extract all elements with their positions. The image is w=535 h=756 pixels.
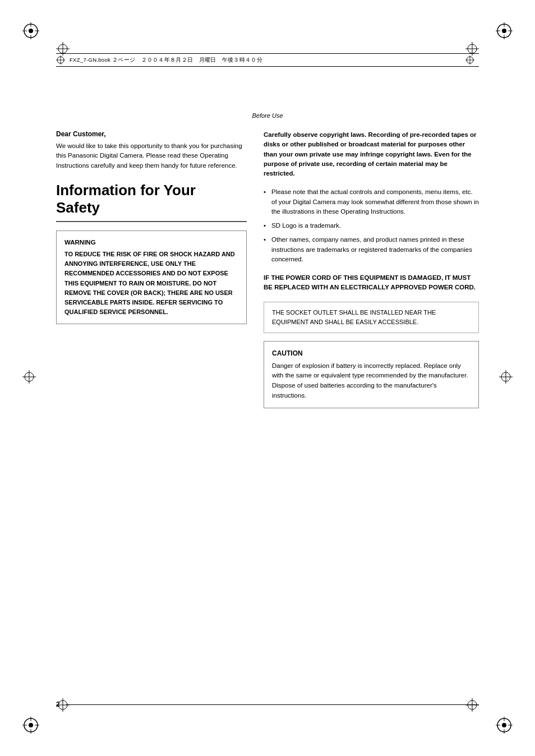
svg-point-19: [502, 723, 506, 727]
socket-outlet-text: THE SOCKET OUTLET SHALL BE INSTALLED NEA…: [272, 309, 436, 325]
main-content: Before Use Dear Customer, We would like …: [56, 112, 479, 408]
footer-line: [66, 704, 479, 705]
warning-text: TO REDUCE THE RISK OF FIRE OR SHOCK HAZA…: [64, 250, 238, 316]
dear-customer-heading: Dear Customer,: [56, 130, 247, 138]
reg-mark-br: [496, 717, 513, 734]
dear-customer-text: We would like to take this opportunity t…: [56, 141, 247, 170]
bullet-item-1: Please note that the actual controls and…: [264, 187, 479, 216]
header-bar: FXZ_7-GN.book ２ページ ２００４年８月２日 月曜日 午後３時４０分: [56, 53, 479, 67]
cross-mark-mr: [499, 370, 513, 386]
reg-mark-tr: [496, 22, 513, 39]
bullet-item-3: Other names, company names, and product …: [264, 235, 479, 264]
svg-point-7: [502, 29, 506, 33]
caution-box: CAUTION Danger of explosion if battery i…: [264, 341, 479, 408]
page-number: 2: [56, 700, 60, 708]
left-column: Dear Customer, We would like to take thi…: [56, 130, 247, 408]
warning-title: WARNING: [64, 238, 238, 247]
safety-heading-divider: [56, 221, 247, 222]
caution-text: Danger of explosion if battery is incorr…: [272, 361, 471, 401]
reg-mark-bl: [22, 717, 39, 734]
header-file-info: FXZ_7-GN.book ２ページ ２００４年８月２日 月曜日 午後３時４０分: [70, 57, 262, 64]
content-area: Dear Customer, We would like to take thi…: [56, 130, 479, 408]
socket-outlet-box: THE SOCKET OUTLET SHALL BE INSTALLED NEA…: [264, 302, 479, 333]
page: FXZ_7-GN.book ２ページ ２００４年８月２日 月曜日 午後３時４０分…: [0, 0, 535, 756]
bullet-list: Please note that the actual controls and…: [264, 187, 479, 264]
bullet-item-2: SD Logo is a trademark.: [264, 221, 479, 231]
cross-mark-ml: [22, 370, 36, 386]
svg-point-13: [29, 723, 33, 727]
caution-title: CAUTION: [272, 348, 471, 358]
right-column: Carefully observe copyright laws. Record…: [264, 130, 479, 408]
copyright-text: Carefully observe copyright laws. Record…: [264, 130, 479, 178]
reg-mark-tl: [22, 22, 39, 39]
svg-point-1: [29, 29, 33, 33]
safety-heading: Information for Your Safety: [56, 182, 247, 216]
footer: 2: [56, 700, 479, 708]
warning-box: WARNING TO REDUCE THE RISK OF FIRE OR SH…: [56, 231, 247, 324]
section-label: Before Use: [56, 112, 479, 119]
power-cord-text: IF THE POWER CORD OF THIS EQUIPMENT IS D…: [264, 273, 479, 293]
